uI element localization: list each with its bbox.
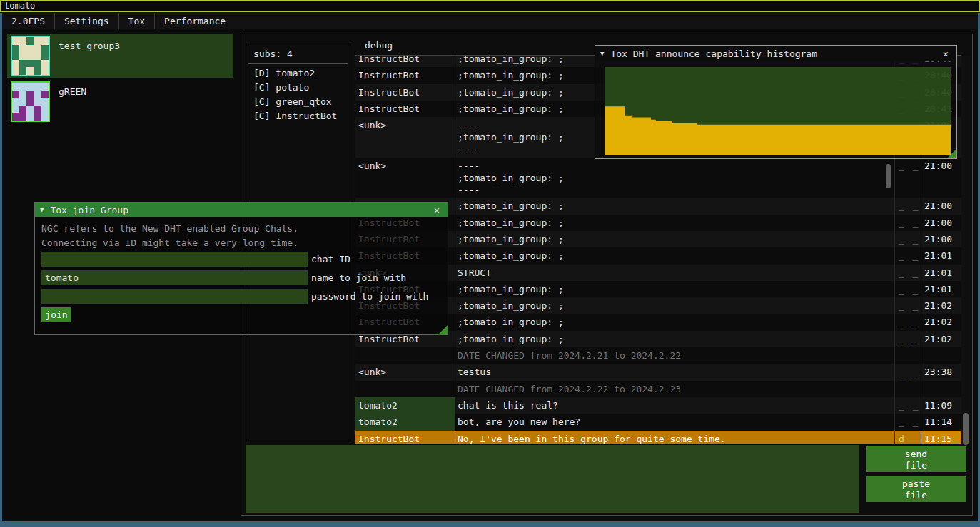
sender-name: tomato2 xyxy=(355,397,455,414)
message-row[interactable]: <unk>testus_ _23:38 xyxy=(355,364,961,380)
message-status xyxy=(895,381,921,397)
subs-list-item[interactable]: [C] InstructBot xyxy=(253,109,350,123)
close-icon[interactable]: ✕ xyxy=(431,205,443,215)
sender-name: <unk> xyxy=(355,158,455,198)
join-window-titlebar[interactable]: ▼ Tox join Group ✕ xyxy=(35,203,448,217)
message-text: chat is this real? xyxy=(455,397,895,414)
message-status: _ _ xyxy=(895,331,921,347)
message-status: _ _ xyxy=(895,397,921,414)
contact-item-gREEN[interactable]: gREEN xyxy=(7,79,233,123)
subs-separator xyxy=(248,63,348,64)
message-text: DATE CHANGED from 2024.2.21 to 2024.2.22 xyxy=(455,347,895,364)
message-status: _ _ xyxy=(895,314,921,330)
message-time xyxy=(921,347,961,364)
join-note-2: Connecting via ID might take a very long… xyxy=(41,236,448,250)
message-row[interactable]: tomato2chat is this real?_ _11:09 xyxy=(355,397,961,414)
message-row[interactable]: <unk>----;tomato_in_group: ;----_ _21:00 xyxy=(355,158,961,198)
message-status: d _ xyxy=(895,431,921,444)
subs-list-item[interactable]: [C] potato xyxy=(253,81,350,95)
message-time: 21:00 xyxy=(921,215,961,231)
message-scrollbar-thumb[interactable] xyxy=(886,164,891,188)
message-text: ----;tomato_in_group: ;---- xyxy=(455,158,895,198)
histogram-area xyxy=(605,106,951,155)
message-status: _ _ xyxy=(895,198,921,214)
message-input[interactable] xyxy=(246,445,859,513)
message-time: 11:09 xyxy=(921,397,961,414)
message-row[interactable]: InstructBotNo, I've been in this group f… xyxy=(355,431,961,444)
window-frame-bottom xyxy=(0,521,980,527)
message-status: _ _ xyxy=(895,364,921,380)
message-text: DATE CHANGED from 2024.2.22 to 2024.2.23 xyxy=(455,381,895,397)
message-text: ;tomato_in_group: ; xyxy=(455,281,895,297)
chat-id-label: chat ID xyxy=(311,252,350,267)
sender-name: <unk> xyxy=(355,364,455,380)
menu-bar: 2.0FPS SettingsToxPerformance xyxy=(2,13,978,29)
join-window-title: Tox join Group xyxy=(50,205,431,215)
close-icon[interactable]: ✕ xyxy=(940,48,951,59)
message-status: _ _ xyxy=(895,158,921,198)
subs-list-item[interactable]: [C] green_qtox xyxy=(253,95,350,109)
message-status: _ _ xyxy=(895,215,921,231)
message-text: ;tomato_in_group: ; xyxy=(455,314,895,330)
contact-item-test_group3[interactable]: test_group3 xyxy=(7,34,233,78)
contact-list: test_group3gREEN xyxy=(7,34,233,125)
collapse-icon[interactable]: ▼ xyxy=(40,206,44,213)
join-button[interactable]: join xyxy=(41,307,71,322)
join-group-window: ▼ Tox join Group ✕ NGC refers to the New… xyxy=(34,202,448,335)
message-status xyxy=(895,347,921,364)
tab-debug[interactable]: debug xyxy=(365,40,393,51)
message-time xyxy=(921,381,961,397)
subs-list-item[interactable]: [D] tomato2 xyxy=(253,66,350,81)
menu-item-tox[interactable]: Tox xyxy=(119,13,154,29)
sender-name: InstructBot xyxy=(355,56,455,67)
sender-name: InstructBot xyxy=(355,431,455,444)
message-time: 21:01 xyxy=(921,265,961,281)
contact-name: gREEN xyxy=(59,86,86,123)
message-text: ;tomato_in_group: ; xyxy=(455,297,895,314)
resize-grip[interactable] xyxy=(438,325,448,334)
message-time: 21:02 xyxy=(921,314,961,330)
menu-item-performance[interactable]: Performance xyxy=(155,13,235,29)
chat-scrollbar-thumb[interactable] xyxy=(963,413,969,445)
window-frame-left xyxy=(0,13,2,527)
contact-name: test_group3 xyxy=(59,41,120,78)
paste-file-button[interactable]: paste file xyxy=(866,476,966,502)
window-titlebar[interactable]: tomato xyxy=(0,0,980,12)
message-time: 21:01 xyxy=(921,281,961,297)
sender-name: <unk> xyxy=(355,117,455,158)
join-note-1: NGC refers to the New DHT enabled Group … xyxy=(41,222,448,236)
subs-count-label: subs: 4 xyxy=(253,48,350,59)
histogram-window-title: Tox DHT announce capability histogram xyxy=(610,48,940,59)
fps-indicator: 2.0FPS xyxy=(2,13,54,29)
chat-id-input[interactable] xyxy=(41,252,308,267)
date-row: DATE CHANGED from 2024.2.22 to 2024.2.23 xyxy=(355,381,961,397)
message-time: 21:00 xyxy=(921,158,961,198)
join-password-label: password to join with xyxy=(311,289,428,304)
sender-name xyxy=(355,381,455,397)
histogram-window-titlebar[interactable]: ▼ Tox DHT announce capability histogram … xyxy=(595,46,956,61)
group-avatar xyxy=(11,36,50,76)
message-time: 21:00 xyxy=(921,198,961,214)
message-time: 11:15 xyxy=(921,431,961,444)
message-time: 21:02 xyxy=(921,297,961,314)
message-text: ;tomato_in_group: ; xyxy=(455,247,895,264)
resize-grip[interactable] xyxy=(947,149,956,158)
menu-items: SettingsToxPerformance xyxy=(55,13,235,29)
message-text: No, I've been in this group for quite so… xyxy=(455,431,895,444)
message-row[interactable]: tomato2bot, are you new here?_ _11:14 xyxy=(355,414,961,430)
join-name-input[interactable] xyxy=(41,270,308,285)
collapse-icon[interactable]: ▼ xyxy=(600,50,604,57)
chat-scrollbar[interactable] xyxy=(961,56,970,444)
date-row: DATE CHANGED from 2024.2.21 to 2024.2.22 xyxy=(355,347,961,364)
subs-list: [D] tomato2[C] potato[C] green_qtox[C] I… xyxy=(246,66,350,123)
message-time: 21:02 xyxy=(921,331,961,347)
group-avatar xyxy=(11,81,50,122)
sender-name: InstructBot xyxy=(355,101,455,117)
sender-name: InstructBot xyxy=(355,84,455,101)
send-file-button[interactable]: send file xyxy=(866,446,966,472)
histogram-window: ▼ Tox DHT announce capability histogram … xyxy=(595,45,957,159)
message-status: _ _ xyxy=(895,414,921,430)
menu-item-settings[interactable]: Settings xyxy=(55,13,118,29)
join-password-input[interactable] xyxy=(41,289,308,304)
message-text: ;tomato_in_group: ; xyxy=(455,231,895,247)
